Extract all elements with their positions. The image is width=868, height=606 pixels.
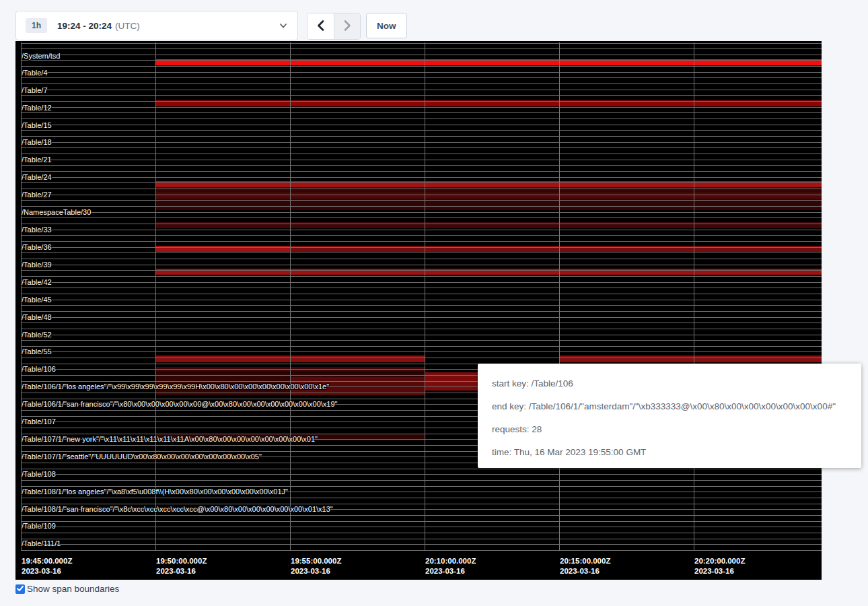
heat-band	[559, 356, 822, 362]
heat-band	[155, 193, 822, 199]
span-boundary-line	[21, 265, 822, 265]
row-label: /Table/108/1/"san francisco"/"\x8c\xcc\x…	[22, 505, 333, 513]
span-boundary-line	[21, 323, 822, 323]
row-label: /Table/52	[22, 331, 52, 339]
row-label: /Table/33	[22, 226, 52, 234]
row-label: /Table/107/1/"new york"/"\x11\x11\x11\x1…	[22, 435, 318, 443]
time-nav-group	[307, 13, 361, 40]
row-label: /Table/106/1/"san francisco"/"\x80\x00\x…	[22, 400, 338, 408]
span-boundary-line	[21, 544, 822, 545]
span-boundary-line	[21, 206, 822, 207]
span-boundary-line	[21, 276, 822, 277]
span-boundary-line	[21, 521, 822, 522]
row-label: /Table/107	[22, 417, 56, 426]
row-label: /NamespaceTable/30	[22, 208, 91, 216]
x-axis-tick-label: 20:10:00.000Z2023-03-16	[425, 556, 476, 576]
row-label: /Table/27	[22, 191, 52, 199]
span-boundary-line	[21, 112, 822, 113]
span-boundary-line	[21, 55, 822, 55]
next-time-button[interactable]	[334, 13, 360, 39]
row-label: /Table/111/1	[22, 539, 61, 547]
span-boundaries-row: Show span boundaries	[15, 584, 119, 594]
span-boundary-line	[21, 130, 822, 131]
chevron-down-icon	[279, 21, 288, 30]
time-gridline	[155, 42, 156, 551]
row-label: /Table/15	[22, 121, 52, 129]
chevron-left-icon	[316, 20, 325, 34]
span-boundary-line	[21, 294, 822, 294]
span-boundary-line	[21, 189, 822, 189]
span-boundary-line	[21, 165, 822, 166]
time-window-selector[interactable]: 1h 19:24 - 20:24 (UTC)	[15, 11, 298, 40]
span-boundary-line	[21, 72, 822, 73]
span-boundary-line	[21, 83, 822, 84]
span-boundary-line	[21, 77, 822, 78]
x-axis-tick-label: 19:55:00.000Z2023-03-16	[291, 556, 341, 576]
span-boundary-line	[21, 311, 822, 312]
span-boundary-line	[21, 66, 822, 67]
x-axis-tick-label: 20:20:00.000Z2023-03-16	[694, 556, 745, 576]
span-boundary-line	[21, 224, 822, 224]
row-label: /Table/7	[22, 86, 48, 94]
span-boundary-line	[21, 182, 822, 183]
span-boundary-line	[21, 43, 822, 44]
span-boundary-line	[21, 300, 822, 300]
span-boundary-line	[21, 241, 822, 242]
hover-tooltip: start key: /Table/106end key: /Table/106…	[478, 364, 861, 468]
span-boundary-line	[21, 288, 822, 288]
tooltip-line: start key: /Table/106	[492, 376, 847, 391]
span-boundary-line	[21, 230, 822, 230]
span-boundary-line	[21, 142, 822, 143]
span-boundary-line	[21, 154, 822, 154]
row-label: /Table/39	[22, 261, 52, 269]
prev-time-button[interactable]	[308, 13, 334, 39]
row-label: /Table/106	[22, 365, 56, 373]
span-boundary-line	[21, 498, 822, 498]
key-visualizer-canvas[interactable]: /System/tsd/Table/4/Table/7/Table/12/Tab…	[15, 41, 822, 580]
span-boundary-line	[21, 550, 822, 551]
time-gridline	[559, 42, 560, 551]
span-boundary-line	[21, 212, 822, 213]
row-label: /Table/36	[22, 243, 52, 251]
span-boundary-line	[21, 515, 822, 516]
span-boundary-line	[21, 95, 822, 96]
now-button[interactable]: Now	[366, 13, 407, 38]
span-boundary-line	[21, 282, 822, 283]
row-label: /Table/48	[22, 313, 52, 321]
span-boundary-line	[21, 486, 822, 487]
span-boundary-line	[21, 160, 822, 160]
span-boundary-line	[21, 340, 822, 341]
span-boundary-line	[21, 235, 822, 236]
check-icon	[16, 583, 24, 595]
span-boundary-line	[21, 195, 822, 195]
span-boundary-line	[21, 177, 822, 178]
row-label: /Table/4	[22, 69, 48, 77]
span-boundary-line	[21, 60, 822, 61]
row-label: /Table/108	[22, 470, 56, 478]
row-label: /Table/109	[22, 522, 56, 530]
span-boundary-line	[21, 101, 822, 102]
span-boundary-line	[21, 351, 822, 352]
show-span-boundaries-checkbox[interactable]	[15, 584, 25, 594]
span-boundary-line	[21, 335, 822, 335]
span-boundary-line	[21, 217, 822, 218]
span-boundary-line	[21, 48, 822, 49]
span-boundary-line	[21, 527, 822, 527]
chevron-right-icon	[343, 20, 352, 34]
span-boundary-line	[21, 125, 822, 125]
time-gridline	[425, 42, 425, 551]
time-window-zone: (UTC)	[115, 21, 140, 31]
row-label: /Table/42	[22, 278, 52, 286]
time-gridline	[694, 42, 694, 551]
span-boundary-line	[21, 317, 822, 318]
span-boundary-line	[21, 539, 822, 539]
x-axis-tick-label: 20:15:00.000Z2023-03-16	[560, 556, 610, 576]
tooltip-line: end key: /Table/106/1/"amsterdam"/"\xb33…	[492, 399, 847, 413]
span-boundary-line	[21, 147, 822, 148]
row-label: /Table/12	[22, 104, 52, 112]
span-boundary-line	[21, 474, 822, 475]
span-boundary-line	[21, 533, 822, 533]
x-axis-tick-label: 19:50:00.000Z2023-03-16	[156, 556, 207, 576]
span-boundary-line	[21, 480, 822, 481]
span-boundary-line	[21, 504, 822, 504]
